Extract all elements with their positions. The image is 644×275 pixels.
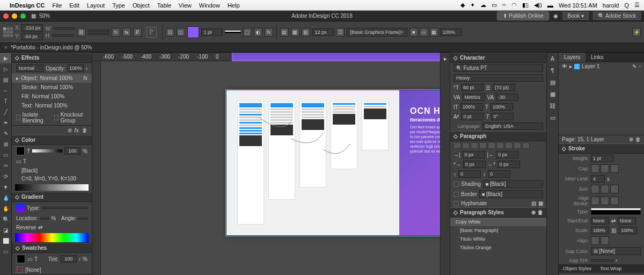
pstyle-item-1[interactable]: [Basic Paragraph] (450, 226, 546, 235)
sync-icon[interactable]: ◉ (553, 13, 558, 19)
kerning-field[interactable]: Metrics (463, 93, 485, 101)
cap-proj-icon[interactable] (610, 164, 619, 173)
visibility-icon[interactable]: 👁 (562, 63, 567, 69)
menu-layout[interactable]: Layout (87, 2, 105, 9)
justify-all-icon[interactable] (505, 142, 513, 149)
pstyles-new-icon[interactable]: ⊕ (531, 209, 536, 215)
text-wrap-tab[interactable]: Text Wrap (596, 264, 626, 273)
minimize-button[interactable] (12, 13, 17, 19)
document-tab[interactable]: *Portafolio - inDesign.indd @ 50% (11, 45, 92, 50)
type-tool[interactable]: T (0, 96, 11, 106)
cap-round-icon[interactable] (601, 164, 609, 173)
shading-select[interactable]: ■ [Black] (483, 180, 543, 188)
gaptint-field[interactable] (591, 259, 613, 262)
effects-panel-header[interactable]: ◇Effects (12, 53, 92, 63)
rect-frame-tool[interactable]: ⊠ (0, 139, 11, 149)
format-default-tool[interactable]: ⬜ (0, 235, 11, 246)
close-tab-icon[interactable]: × (4, 45, 8, 50)
y-field[interactable]: -64 px (21, 33, 43, 40)
effects-fx-icon[interactable]: fx. (74, 127, 80, 133)
align-stroke-center-icon[interactable] (591, 197, 599, 205)
gapcolor-select[interactable]: ☒ [None] (591, 247, 641, 255)
blend-mode-select[interactable]: Normal (16, 64, 43, 72)
gradient-type-select[interactable] (42, 207, 87, 209)
fit-content-icon[interactable]: ⊡ (166, 28, 174, 37)
cap-butt-icon[interactable] (591, 164, 599, 173)
para-opt1-icon[interactable]: ▤ (531, 200, 536, 206)
effects-fill-value[interactable]: Normal 100% (32, 93, 65, 99)
swap-ends-icon[interactable]: ⇄ (611, 218, 616, 224)
space-after-field[interactable]: 0 (488, 170, 510, 178)
cb-opt2-icon[interactable]: ▦ (430, 28, 438, 37)
w-field[interactable] (54, 27, 75, 30)
first-indent-field[interactable]: 0 px (463, 161, 486, 168)
workspace-select[interactable]: Book ▾ (562, 12, 589, 20)
align-right-icon[interactable] (471, 142, 478, 149)
gradient-tool[interactable]: ▼ (0, 182, 11, 192)
cb-opt1-icon[interactable]: ▭ (420, 28, 428, 37)
miter-field[interactable]: 4 (591, 175, 605, 183)
start-select[interactable]: None (591, 217, 609, 225)
effects-text-value[interactable]: Normal 100% (35, 103, 68, 108)
links-tab[interactable]: Links (586, 53, 609, 62)
baseline-field[interactable]: 0 pt (461, 113, 484, 120)
color-panel-header[interactable]: ◇Color (12, 135, 92, 145)
direct-select-tool[interactable]: ▷ (0, 63, 11, 74)
join-round-icon[interactable] (601, 185, 609, 193)
knockout-checkbox[interactable] (54, 115, 58, 120)
align-icon[interactable]: ☰ (336, 28, 345, 37)
leading-field[interactable]: (72 pt) (493, 84, 515, 91)
maximize-button[interactable] (20, 13, 26, 19)
scale1-field[interactable]: 100% (591, 227, 609, 234)
align-away-icon[interactable] (522, 142, 530, 149)
scale-y-field[interactable] (88, 33, 109, 35)
link-scale-icon[interactable]: ⛓ (611, 228, 617, 234)
character-panel-header[interactable]: ◇Character (450, 53, 546, 63)
lang-select[interactable]: English: USA (482, 122, 543, 130)
zoom-level[interactable]: 50% (39, 13, 50, 19)
para-opt2-icon[interactable]: ▦ (538, 200, 543, 206)
hand-tool[interactable]: ✋ (0, 203, 11, 214)
gradient-angle-field[interactable] (78, 218, 87, 220)
paragraph-panel-header[interactable]: ◇Paragraph (450, 131, 546, 141)
align-center-icon[interactable] (462, 142, 470, 149)
styles-dock-icon[interactable]: ▤ (547, 76, 558, 88)
menubar-icon-2[interactable]: ✦ (470, 2, 475, 9)
publish-online-button[interactable]: ⬆ Publish Online (497, 11, 549, 20)
swatch-dock-icon[interactable]: ▦ (547, 88, 558, 100)
weight-field[interactable]: 1 pt (591, 155, 613, 162)
effects-object-value[interactable]: Normal 100% (40, 75, 73, 81)
arrow-align-1-icon[interactable] (591, 236, 599, 245)
gradient-panel-header[interactable]: ◇Gradient (12, 192, 92, 202)
tint-field[interactable]: 100 (61, 255, 77, 263)
end-select[interactable]: None (618, 217, 636, 225)
ref-point-icon[interactable] (3, 27, 13, 37)
object-styles-tab[interactable]: Object Styles (559, 264, 596, 273)
layer-name[interactable]: Layer 1 (582, 63, 599, 69)
fx-icon[interactable]: fx (265, 28, 273, 37)
justify-left-icon[interactable] (479, 142, 487, 149)
layers-tab[interactable]: Layers (559, 53, 586, 62)
gradient-reverse-icon[interactable]: ⇄ (38, 225, 42, 230)
menu-edit[interactable]: Edit (69, 2, 79, 9)
align-left-icon[interactable] (453, 142, 461, 149)
rect-tool[interactable]: ▭ (0, 149, 11, 160)
join-miter-icon[interactable] (591, 185, 599, 193)
apply-to-icon[interactable]: ▭ (27, 256, 32, 262)
para-dock-icon[interactable]: ¶ (547, 64, 558, 76)
pencil-tool[interactable]: ✎ (0, 128, 11, 139)
links-dock-icon[interactable]: ⛓ (547, 100, 558, 112)
right-indent-field[interactable]: 0 px (496, 151, 518, 158)
hscale-field[interactable]: 100% (491, 103, 513, 111)
pen-target-icon[interactable]: ✎ (632, 63, 636, 69)
left-indent-field[interactable]: 0 px (463, 151, 485, 158)
pstyle-item-3[interactable]: Titulos Orange (450, 243, 546, 252)
effects-clear-icon[interactable]: ⊘ (68, 127, 72, 133)
color-apply-t-icon[interactable]: ▭ (16, 158, 21, 164)
justify-right-icon[interactable] (496, 142, 504, 149)
flip-v-icon[interactable]: ⇵ (133, 28, 142, 37)
color-swatch[interactable] (16, 147, 25, 155)
effects-trash-icon[interactable]: 🗑 (82, 127, 87, 133)
spread[interactable]: OCN HOST Iteraciones de Prototipado Ciet… (226, 90, 440, 235)
wrap-none-icon[interactable]: ▤ (280, 28, 289, 37)
